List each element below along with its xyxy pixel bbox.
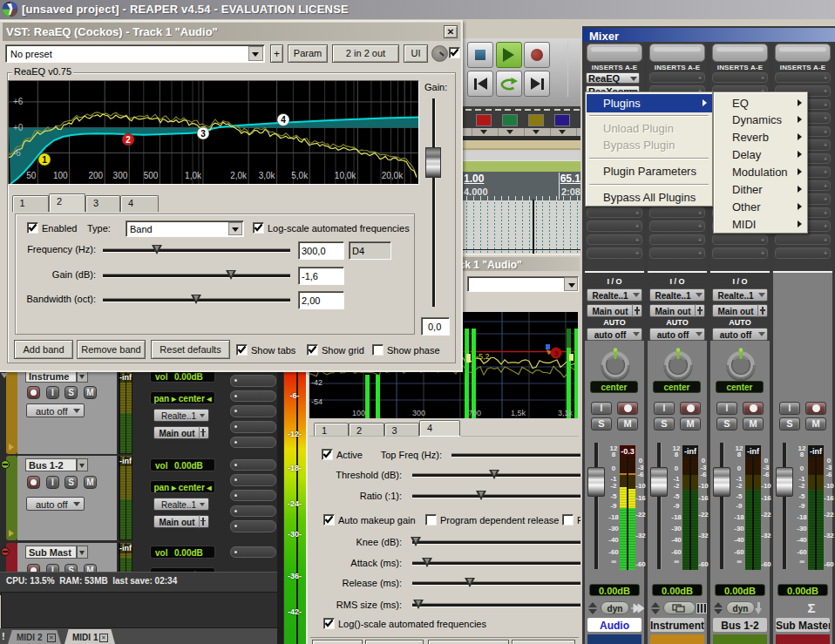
svg-text:100: 100 <box>352 409 365 417</box>
svg-text:3: 3 <box>553 349 558 358</box>
svg-text:300: 300 <box>412 409 425 417</box>
svg-text:1,5k: 1,5k <box>511 409 526 417</box>
svg-text:3,1k: 3,1k <box>558 409 574 417</box>
svg-text:700: 700 <box>468 409 481 417</box>
svg-text:-54: -54 <box>311 397 322 406</box>
svg-text:-42: -42 <box>311 378 322 387</box>
svg-text:-5,2: -5,2 <box>476 352 490 361</box>
